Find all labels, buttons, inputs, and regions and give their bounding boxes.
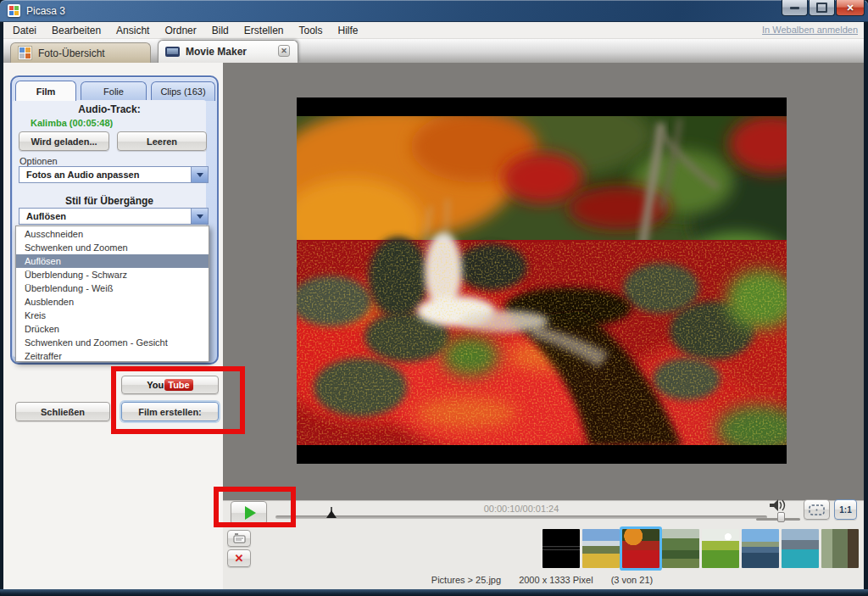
close-icon: ✕ [846,3,854,14]
list-item[interactable]: Schwenken und Zoomen [16,241,209,254]
list-item[interactable]: Ausschneiden [16,227,209,241]
youtube-logo-tube: Tube [164,379,192,391]
list-item[interactable]: Kreis [16,309,209,322]
filmstrip-thumbnail-autumn-mountains[interactable] [582,529,620,568]
filmstrip-thumbnail-grass-hill[interactable] [702,529,739,568]
audio-track-heading: Audio-Track: [13,103,206,115]
text-slide-icon [233,533,246,543]
menu-bar: Datei Bearbeiten Ansicht Ordner Bild Ers… [3,22,864,39]
tab-close-icon[interactable]: ✕ [278,45,290,57]
workspace-tab-strip: Foto-Übersicht Movie Maker ✕ [3,39,864,63]
menu-item-erstellen[interactable]: Erstellen [236,25,292,36]
filmstrip-thumbnail-mountain-lake[interactable] [742,529,779,568]
menu-item-ordner[interactable]: Ordner [157,25,203,36]
play-icon [245,506,256,520]
menu-item-ansicht[interactable]: Ansicht [108,25,157,36]
filmstrip-thumbnail-green-valley[interactable] [662,529,699,568]
panel-tab-clips[interactable]: Clips (163) [151,81,215,101]
youtube-upload-button[interactable]: You Tube [121,376,219,394]
list-item[interactable]: Drücken [16,322,209,336]
audio-clear-button[interactable]: Leeren [117,131,207,151]
minimize-icon [790,7,799,9]
status-image-size: 2000 x 1333 Pixel [519,575,593,585]
menu-item-hilfe[interactable]: Hilfe [331,25,366,36]
list-item[interactable]: Ausblenden [16,295,209,309]
youtube-logo-you: You [147,380,164,390]
options-dropdown-value: Fotos an Audio anpassen [19,170,191,180]
movie-preview-frame [297,97,787,464]
status-file-path: Pictures > 25.jpg [431,575,501,585]
filmstrip-thumbnail-turquoise-lake[interactable] [782,529,819,568]
actual-size-button[interactable]: 1:1 [834,499,857,520]
tab-movie-maker[interactable]: Movie Maker ✕ [158,40,298,63]
menu-item-tools[interactable]: Tools [291,25,330,36]
options-label: Optionen [19,156,58,166]
transition-options-list: Ausschneiden Schwenken und Zoomen Auflös… [15,226,209,362]
options-dropdown[interactable]: Fotos an Audio anpassen [19,166,209,183]
timeline-position-marker[interactable] [326,507,337,519]
close-button[interactable]: ✕ [836,0,865,16]
title-bar: Picasa 3 ✕ [0,0,868,22]
status-bar: Pictures > 25.jpg 2000 x 1333 Pixel (3 v… [223,575,861,585]
status-position-counter: (3 von 21) [611,575,654,585]
fit-to-window-button[interactable] [804,499,830,520]
timeline-track[interactable] [275,515,767,519]
tab-movie-maker-label: Movie Maker [186,46,247,58]
movie-maker-icon [165,47,180,57]
maximize-icon [816,3,827,13]
maximize-button[interactable] [809,0,835,16]
transition-dropdown-value: Auflösen [19,211,191,221]
chevron-down-icon[interactable] [191,167,208,182]
transition-dropdown[interactable]: Auflösen [19,208,209,225]
autumn-creek-photo [297,97,787,464]
minimize-button[interactable] [782,0,808,16]
fit-screen-icon [809,504,825,515]
panel-tab-folie[interactable]: Folie [81,81,147,101]
panel-tab-film[interactable]: Film [15,81,76,101]
filmstrip-thumbnail-garden-steps[interactable] [821,529,859,568]
window-title: Picasa 3 [26,5,65,17]
filmstrip-thumbnail-title-slide[interactable] [542,529,580,568]
chevron-down-icon[interactable] [191,209,208,224]
audio-load-button[interactable]: Wird geladen... [19,131,109,151]
list-item[interactable]: Überblendung - Weiß [16,281,209,295]
tab-library-label: Foto-Übersicht [38,47,105,59]
volume-slider-thumb[interactable] [777,512,785,522]
remove-item-button[interactable]: ✕ [227,549,251,567]
window-bottom-frame [0,589,868,596]
menu-item-bearbeiten[interactable]: Bearbeiten [44,25,108,36]
time-display: 00:00:10/00:01:24 [275,504,767,514]
filmstrip-thumbnail-red-autumn-creek-selected[interactable] [622,529,659,568]
menu-item-bild[interactable]: Bild [204,25,236,36]
web-albums-signin-link[interactable]: In Webalben anmelden [762,25,858,35]
list-item[interactable]: Schwenken und Zoomen - Gesicht [16,336,209,349]
audio-track-name: Kalimba (00:05:48) [31,118,113,128]
create-movie-button[interactable]: Film erstellen: [121,402,219,421]
play-button[interactable] [231,501,267,525]
list-item-selected[interactable]: Auflösen [16,254,209,268]
picasa-logo-icon [8,4,20,17]
add-text-slide-button[interactable] [227,530,251,547]
close-panel-button[interactable]: Schließen [15,402,110,421]
list-item[interactable]: Zeitraffer [16,349,209,363]
tab-photo-library[interactable]: Foto-Übersicht [10,42,151,63]
transition-style-heading: Stil für Übergänge [13,195,206,207]
list-item[interactable]: Überblendung - Schwarz [16,268,209,281]
library-grid-icon [18,46,32,60]
menu-item-datei[interactable]: Datei [3,25,44,36]
